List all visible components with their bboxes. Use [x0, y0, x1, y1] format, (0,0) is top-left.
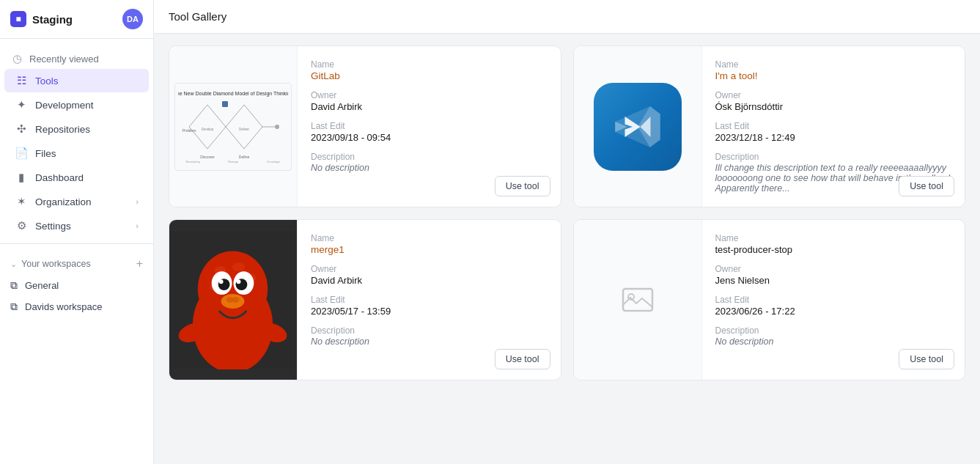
grid-icon: ☷ [15, 74, 28, 87]
layers-icon-general: ⧉ [10, 279, 18, 292]
svg-text:Define: Define [239, 155, 250, 159]
sidebar-item-settings-label: Settings [35, 221, 128, 232]
tool-card-test-producer: Name test-producer-stop Owner Jens Niels… [573, 219, 966, 380]
tool-body-test-producer: Name test-producer-stop Owner Jens Niels… [702, 220, 965, 380]
use-tool-button-test-producer[interactable]: Use tool [899, 349, 954, 369]
settings-icon: ⚙ [15, 219, 28, 232]
name-label-gitlab: Name [311, 59, 548, 70]
sidebar-item-dashboard[interactable]: ▮ Dashboard [4, 166, 149, 189]
recently-viewed-item[interactable]: ◷ Recently viewed [0, 45, 153, 68]
workspaces-header[interactable]: ⌄ Your workspaces + [0, 253, 153, 275]
main-content: Tool Gallery The New Double Diamond Mode… [154, 0, 980, 464]
last-edit-field-gitlab: Last Edit 2023/09/18 - 09:54 [311, 121, 548, 143]
name-value-gitlab: GitLab [311, 70, 548, 81]
app-name: Staging [32, 13, 73, 26]
svg-text:The New Double Diamond Model o: The New Double Diamond Model of Design T… [178, 91, 288, 97]
tool-body-ima-tool: Name I'm a tool! Owner Ósk Björnsdóttir … [702, 46, 965, 207]
workspace-section: ⌄ Your workspaces + ⧉ General ⧉ Davids w… [0, 250, 153, 320]
name-label-ima-tool: Name [715, 59, 952, 70]
owner-label-merge1: Owner [311, 264, 548, 274]
description-label-merge1: Description [311, 325, 548, 336]
owner-label-gitlab: Owner [311, 90, 548, 100]
chevron-right-icon-settings: › [136, 221, 139, 230]
svg-point-16 [198, 251, 268, 326]
name-field-gitlab: Name GitLab [311, 59, 548, 81]
use-tool-button-gitlab[interactable]: Use tool [495, 176, 550, 196]
app-logo[interactable]: ■ Staging [10, 11, 73, 27]
image-placeholder-icon [619, 281, 656, 318]
tool-image-placeholder [574, 220, 702, 380]
owner-value-merge1: David Arbirk [311, 275, 548, 286]
tool-body-gitlab: Name GitLab Owner David Arbirk Last Edit… [298, 46, 561, 207]
svg-text:Diverge: Diverge [228, 160, 239, 163]
code-icon: ✦ [15, 98, 28, 111]
last-edit-field-merge1: Last Edit 2023/05/17 - 13:59 [311, 295, 548, 317]
sidebar-item-settings[interactable]: ⚙ Settings › [4, 214, 149, 237]
name-label-test-producer: Name [715, 233, 952, 243]
tools-grid: The New Double Diamond Model of Design T… [169, 45, 965, 380]
tool-image-merge1 [169, 220, 298, 380]
svg-rect-7 [222, 101, 228, 107]
no-image-placeholder [574, 220, 701, 380]
gitlab-diagram-svg: The New Double Diamond Model of Design T… [178, 86, 288, 167]
workspace-item-general[interactable]: ⧉ General [0, 275, 153, 296]
description-label-ima-tool: Description [715, 152, 952, 162]
elmo-svg [169, 230, 297, 369]
use-tool-button-merge1[interactable]: Use tool [495, 349, 550, 369]
description-value-merge1: No description [311, 336, 548, 347]
name-value-test-producer: test-producer-stop [715, 244, 952, 255]
svg-text:Discover: Discover [200, 155, 215, 159]
org-icon: ✶ [15, 195, 28, 208]
svg-point-3 [275, 125, 279, 129]
use-tool-button-ima-tool[interactable]: Use tool [899, 176, 954, 196]
sidebar-item-organization[interactable]: ✶ Organization › [4, 190, 149, 213]
dashboard-icon: ▮ [15, 171, 28, 184]
description-field-merge1: Description No description [311, 325, 548, 347]
svg-point-29 [232, 297, 240, 303]
description-value-gitlab: No description [311, 163, 548, 173]
vscode-icon [594, 83, 682, 171]
page-title: Tool Gallery [169, 10, 226, 23]
clock-icon: ◷ [10, 52, 23, 65]
owner-field-merge1: Owner David Arbirk [311, 264, 548, 286]
content-area: The New Double Diamond Model of Design T… [154, 34, 980, 464]
description-value-test-producer: No description [715, 336, 952, 347]
last-edit-value-test-producer: 2023/06/26 - 17:22 [715, 306, 952, 317]
sidebar-item-development[interactable]: ✦ Development [4, 93, 149, 117]
vscode-svg [612, 101, 663, 152]
svg-point-18 [232, 262, 246, 271]
sidebar-item-files[interactable]: 📄 Files [4, 141, 149, 165]
svg-point-25 [219, 279, 224, 284]
gitlab-thumbnail: The New Double Diamond Model of Design T… [174, 83, 292, 171]
workspace-item-davids[interactable]: ⧉ Davids workspace [0, 296, 153, 317]
workspaces-header-left: ⌄ Your workspaces [10, 259, 91, 269]
chevron-right-icon: › [136, 197, 139, 206]
sidebar-item-repositories[interactable]: ✣ Repositories [4, 117, 149, 141]
svg-text:Develop: Develop [202, 128, 214, 131]
last-edit-field-test-producer: Last Edit 2023/06/26 - 17:22 [715, 295, 952, 317]
sidebar: ■ Staging DA ◷ Recently viewed ☷ Tools ✦… [0, 0, 154, 464]
owner-value-test-producer: Jens Nielsen [715, 275, 952, 286]
layers-icon-davids: ⧉ [10, 301, 18, 313]
sidebar-item-tools[interactable]: ☷ Tools [4, 69, 149, 92]
svg-text:Structuring: Structuring [185, 160, 199, 163]
last-edit-label-gitlab: Last Edit [311, 121, 548, 131]
add-workspace-icon[interactable]: + [136, 257, 143, 270]
owner-value-gitlab: David Arbirk [311, 101, 548, 112]
workspaces-label: Your workspaces [21, 259, 91, 269]
description-label-gitlab: Description [311, 152, 548, 162]
sidebar-navigation: ◷ Recently viewed ☷ Tools ✦ Development … [0, 39, 153, 464]
last-edit-field-ima-tool: Last Edit 2023/12/18 - 12:49 [715, 121, 952, 143]
svg-text:Converge: Converge [267, 160, 280, 163]
avatar[interactable]: DA [122, 9, 143, 29]
workspace-general-label: General [25, 280, 59, 291]
owner-field-ima-tool: Owner Ósk Björnsdóttir [715, 90, 952, 112]
svg-text:Problem: Problem [183, 128, 196, 133]
tool-card-gitlab: The New Double Diamond Model of Design T… [169, 45, 561, 207]
last-edit-value-ima-tool: 2023/12/18 - 12:49 [715, 132, 952, 143]
description-field-test-producer: Description No description [715, 325, 952, 347]
tool-image-vscode [574, 46, 702, 207]
last-edit-value-merge1: 2023/05/17 - 13:59 [311, 306, 548, 317]
topbar: Tool Gallery [154, 0, 980, 34]
tool-image-gitlab: The New Double Diamond Model of Design T… [169, 46, 298, 207]
